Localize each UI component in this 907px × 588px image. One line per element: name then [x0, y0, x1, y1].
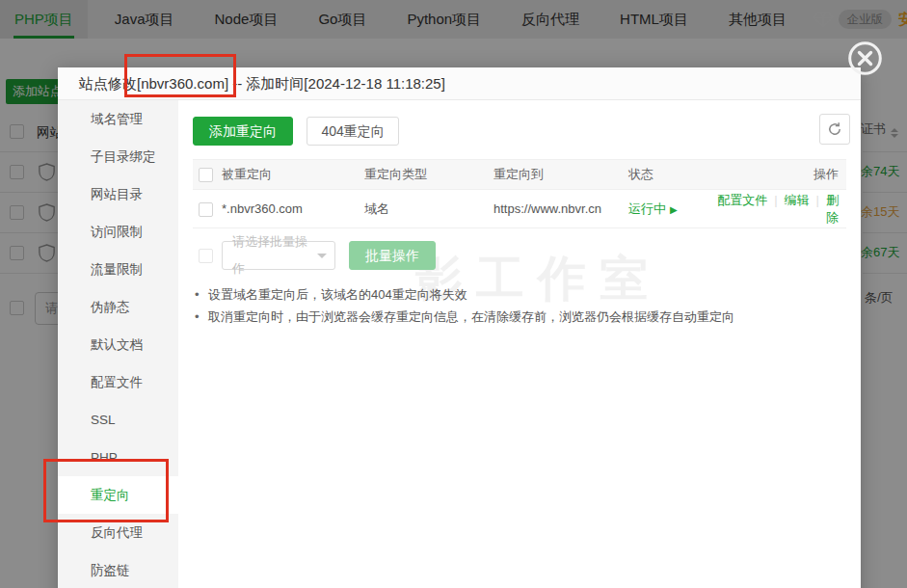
refresh-icon — [827, 121, 842, 137]
sidebar-item-ssl[interactable]: SSL — [58, 401, 178, 439]
add-redirect-button[interactable]: 添加重定向 — [193, 117, 293, 146]
status-badge: 运行中 — [628, 201, 666, 216]
batch-select[interactable]: 请选择批量操作 — [222, 241, 335, 270]
notes-list: 设置域名重定向后，该域名的404重定向将失效 取消重定向时，由于浏览器会缓存重定… — [193, 283, 846, 328]
note-cache: 取消重定向时，由于浏览器会缓存重定向信息，在清除缓存前，浏览器仍会根据缓存自动重… — [193, 306, 846, 328]
cell-target: https://www.nbvr.cn — [494, 201, 628, 216]
cell-status: 运行中▶ — [628, 200, 711, 218]
chevron-down-icon — [317, 254, 327, 258]
row-checkbox[interactable] — [199, 202, 213, 217]
redirect-toolbar: 添加重定向 404重定向 — [193, 117, 846, 146]
sidebar-item-config-file[interactable]: 配置文件 — [58, 363, 178, 401]
batch-apply-button[interactable]: 批量操作 — [349, 241, 436, 270]
note-404: 设置域名重定向后，该域名的404重定向将失效 — [193, 283, 846, 306]
refresh-button[interactable] — [819, 114, 850, 145]
col-header-type: 重定向类型 — [364, 166, 494, 183]
sidebar-item-rewrite[interactable]: 伪静态 — [58, 288, 178, 326]
cell-type: 域名 — [364, 200, 494, 218]
modal-title-prefix: 站点修改 — [79, 75, 137, 92]
action-config-file[interactable]: 配置文件 — [717, 193, 767, 207]
action-delete[interactable]: 删除 — [826, 193, 839, 225]
modal-title: 站点修改[nbvr360.com] -- 添加时间[2024-12-18 11:… — [58, 67, 861, 100]
sidebar-item-reverse-proxy[interactable]: 反向代理 — [58, 514, 178, 551]
app-root: PHP项目 Java项目 Node项目 Go项目 Python项目 反向代理 H… — [0, 0, 907, 588]
sidebar-item-subdir-bind[interactable]: 子目录绑定 — [58, 138, 178, 175]
sidebar-item-redirect[interactable]: 重定向 — [58, 476, 178, 514]
sidebar-item-hotlink-protect[interactable]: 防盗链 — [58, 551, 178, 588]
batch-bar: 请选择批量操作 批量操作 — [193, 241, 846, 270]
col-header-actions: 操作 — [711, 166, 846, 183]
404-redirect-button[interactable]: 404重定向 — [307, 117, 398, 146]
table-header-row: 被重定向 重定向类型 重定向到 状态 操作 — [193, 159, 846, 190]
cell-source: *.nbvr360.com — [222, 201, 364, 216]
sidebar-item-traffic-limit[interactable]: 流量限制 — [58, 251, 178, 288]
modal-sidebar: 域名管理 子目录绑定 网站目录 访问限制 流量限制 伪静态 默认文档 配置文件 … — [58, 100, 178, 588]
cell-actions: 配置文件|编辑|删除 — [711, 192, 846, 227]
sidebar-item-site-directory[interactable]: 网站目录 — [58, 175, 178, 213]
batch-select-placeholder: 请选择批量操作 — [232, 228, 317, 282]
close-icon — [847, 40, 883, 76]
sidebar-item-php[interactable]: PHP — [58, 439, 178, 476]
divider: | — [816, 193, 819, 207]
table-row: *.nbvr360.com 域名 https://www.nbvr.cn 运行中… — [193, 190, 846, 228]
redirect-table: 被重定向 重定向类型 重定向到 状态 操作 *.nbvr360.com 域名 h… — [193, 159, 846, 228]
modal-title-suffix: -- 添加时间[2024-12-18 11:18:25] — [228, 75, 445, 92]
select-all-checkbox[interactable] — [199, 168, 213, 182]
modal-content: 影工作室 添加重定向 404重定向 被重定向 重定 — [178, 100, 861, 588]
sidebar-item-domain-manage[interactable]: 域名管理 — [58, 100, 178, 138]
col-header-status: 状态 — [628, 166, 711, 183]
divider: | — [774, 193, 777, 207]
action-edit[interactable]: 编辑 — [785, 193, 810, 207]
sidebar-item-default-doc[interactable]: 默认文档 — [58, 326, 178, 363]
play-icon[interactable]: ▶ — [670, 204, 678, 215]
col-header-source: 被重定向 — [222, 166, 364, 183]
site-settings-modal: 站点修改[nbvr360.com] -- 添加时间[2024-12-18 11:… — [58, 67, 861, 588]
sidebar-item-access-limit[interactable]: 访问限制 — [58, 213, 178, 251]
close-button[interactable] — [847, 40, 883, 76]
col-header-target: 重定向到 — [494, 166, 628, 183]
modal-title-domain: [nbvr360.com] — [137, 75, 228, 92]
batch-checkbox[interactable] — [199, 249, 213, 263]
